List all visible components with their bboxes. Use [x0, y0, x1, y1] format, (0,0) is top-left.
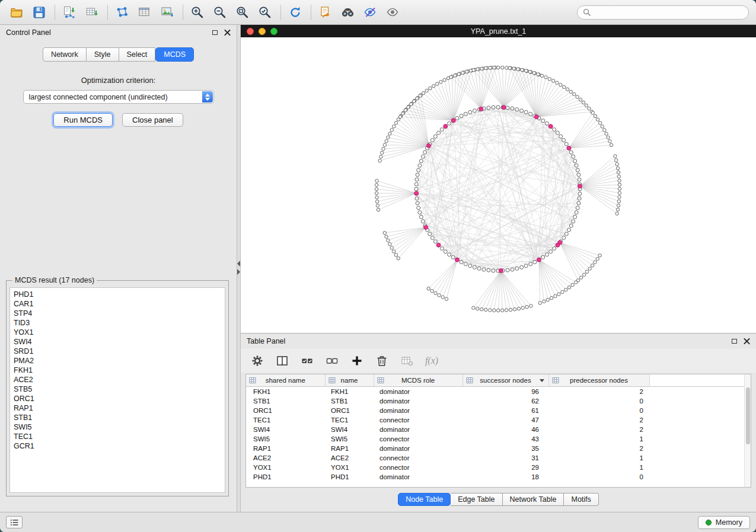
table-row[interactable]: YOX1YOX1connector291 [246, 463, 744, 472]
new-table-button[interactable] [135, 3, 154, 22]
float-window-icon[interactable] [732, 339, 737, 344]
toolbar-separator [183, 5, 183, 20]
add-column-button[interactable] [350, 354, 364, 368]
tab-edge-table[interactable]: Edge Table [451, 493, 502, 506]
show-graphics-details-button[interactable] [361, 3, 380, 22]
run-mcds-button[interactable]: Run MCDS [53, 113, 113, 127]
panel-splitter[interactable] [237, 25, 241, 512]
table-row[interactable]: STB1STB1dominator620 [246, 396, 744, 406]
share-document-icon [318, 5, 333, 20]
hide-graphics-details-button[interactable] [384, 3, 403, 22]
zoom-selected-button[interactable] [256, 3, 275, 22]
delete-column-button[interactable] [375, 354, 389, 368]
maximize-window-icon[interactable] [270, 28, 277, 35]
deselect-all-button[interactable] [325, 354, 339, 368]
table-row[interactable]: PHD1PHD1dominator180 [246, 472, 744, 482]
network-canvas[interactable] [241, 37, 756, 333]
save-floppy-icon [32, 5, 46, 20]
table-scrollbar[interactable] [744, 374, 751, 487]
zoom-fit-button[interactable] [233, 3, 252, 22]
plus-icon [350, 354, 363, 367]
mcds-result-item[interactable]: STB1 [14, 413, 221, 422]
tab-mcds[interactable]: MCDS [155, 47, 194, 62]
memory-button[interactable]: Memory [698, 516, 750, 529]
close-window-icon[interactable] [247, 28, 254, 35]
mcds-result-item[interactable]: YOX1 [14, 328, 221, 337]
toolbar-separator [55, 5, 55, 20]
zoom-in-button[interactable] [188, 3, 207, 22]
column-header-shared-name[interactable]: shared name [246, 374, 325, 387]
search-input[interactable] [595, 8, 743, 17]
zoom-out-button[interactable] [210, 3, 229, 22]
open-file-button[interactable] [7, 3, 26, 22]
memory-status-icon [706, 520, 712, 525]
table-row[interactable]: FKH1FKH1dominator962 [246, 387, 744, 396]
column-header-name[interactable]: name [325, 374, 374, 387]
tab-network[interactable]: Network [43, 47, 87, 62]
column-grid-icon [377, 377, 384, 384]
table-row[interactable]: ORC1ORC1dominator610 [246, 406, 744, 415]
mcds-result-item[interactable]: PMA2 [14, 356, 221, 366]
collapse-left-icon[interactable] [237, 261, 240, 267]
criterion-dropdown[interactable]: largest connected component (undirected) [23, 90, 214, 104]
close-panel-icon[interactable] [224, 30, 231, 36]
control-panel-tabs: Network Style Select MCDS [0, 47, 237, 62]
mcds-result-item[interactable]: GCR1 [14, 441, 221, 451]
minimize-window-icon[interactable] [259, 28, 266, 35]
zoom-fit-icon [235, 5, 250, 20]
save-session-button[interactable] [30, 3, 49, 22]
mcds-result-item[interactable]: ACE2 [14, 375, 221, 384]
mcds-result-item[interactable]: STB5 [14, 384, 221, 394]
close-panel-icon[interactable] [744, 338, 750, 345]
float-window-icon[interactable] [212, 30, 218, 35]
open-folder-icon [9, 5, 24, 20]
table-row[interactable]: SWI5SWI5connector431 [246, 434, 744, 444]
mcds-result-item[interactable]: SWI5 [14, 422, 221, 432]
mcds-result-item[interactable]: CAR1 [14, 299, 221, 309]
export-image-button[interactable] [158, 3, 177, 22]
tab-select[interactable]: Select [119, 47, 156, 62]
table-row[interactable]: ACE2ACE2connector311 [246, 453, 744, 463]
mcds-result-item[interactable]: PHD1 [14, 290, 221, 299]
mcds-result-item[interactable]: ORC1 [14, 394, 221, 403]
column-settings-button[interactable] [250, 354, 264, 368]
sort-descending-icon[interactable] [540, 379, 544, 382]
column-header-filler [649, 374, 744, 387]
status-bar: Memory [0, 512, 756, 532]
trash-icon [375, 354, 388, 367]
column-grid-icon [552, 377, 559, 384]
tab-node-table[interactable]: Node Table [398, 493, 451, 506]
mcds-result-item[interactable]: SRD1 [14, 347, 221, 356]
collapse-right-icon[interactable] [237, 269, 240, 275]
tab-style[interactable]: Style [87, 47, 119, 62]
table-row[interactable]: SWI4SWI4dominator462 [246, 425, 744, 434]
column-header-successor-nodes[interactable]: successor nodes [462, 374, 548, 387]
list-menu-icon [10, 519, 19, 526]
table-row[interactable]: RAP1RAP1dominator352 [246, 444, 744, 453]
close-panel-button[interactable]: Close panel [122, 113, 183, 127]
table-row[interactable]: TEC1TEC1connector472 [246, 415, 744, 425]
tab-motifs[interactable]: Motifs [564, 493, 598, 506]
column-header-mcds-role[interactable]: MCDS role [374, 374, 462, 387]
delete-table-button [400, 354, 414, 368]
import-network-button[interactable] [60, 3, 79, 22]
mcds-result-item[interactable]: STP4 [14, 309, 221, 318]
refresh-view-button[interactable] [286, 3, 305, 22]
control-panel-title: Control Panel [6, 28, 51, 37]
select-all-button[interactable] [300, 354, 314, 368]
scrollbar-thumb[interactable] [746, 387, 750, 444]
status-menu-button[interactable] [6, 516, 23, 528]
mcds-result-item[interactable]: RAP1 [14, 403, 221, 413]
mcds-result-item[interactable]: FKH1 [14, 366, 221, 375]
share-document-button[interactable] [316, 3, 335, 22]
search-network-button[interactable] [339, 3, 358, 22]
mcds-result-item[interactable]: TEC1 [14, 432, 221, 441]
new-network-button[interactable] [113, 3, 132, 22]
tab-network-table[interactable]: Network Table [503, 493, 564, 506]
function-builder-icon: f(x) [425, 354, 439, 368]
show-columns-button[interactable] [275, 354, 289, 368]
mcds-result-item[interactable]: TID3 [14, 318, 221, 328]
mcds-result-item[interactable]: SWI4 [14, 337, 221, 347]
column-header-predecessor-nodes[interactable]: predecessor nodes [548, 374, 649, 387]
import-table-button[interactable] [82, 3, 101, 22]
